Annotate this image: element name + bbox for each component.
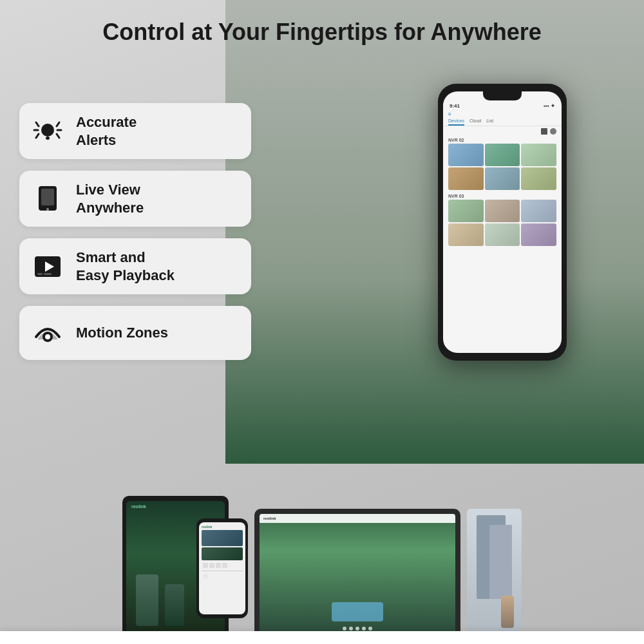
laptop-screen: reolink — [260, 514, 455, 634]
door-frame — [477, 515, 506, 599]
tablet-person-1 — [136, 574, 158, 626]
svg-line-7 — [57, 134, 59, 138]
small-phone-btn-4 — [222, 563, 227, 568]
svg-point-10 — [46, 208, 49, 211]
svg-line-2 — [36, 122, 39, 126]
small-phone-screen: reolink — [199, 522, 245, 614]
feature-label-motion: Motion Zones — [76, 324, 168, 342]
phone-signal: ▪▪▪ ✦ — [544, 103, 555, 109]
phone-time: 9:41 — [450, 103, 460, 109]
phone-icon — [31, 182, 64, 216]
phone-settings-icon — [550, 128, 556, 135]
laptop-housing: reolink — [254, 509, 460, 634]
laptop-pool — [332, 602, 383, 621]
phone-cam-12 — [521, 223, 556, 246]
phone-section1-label: NVR 02 — [443, 137, 562, 144]
phone-cam-5 — [485, 167, 520, 190]
phone-cam-4 — [448, 167, 484, 190]
alert-icon — [31, 115, 64, 148]
table-surface — [0, 631, 644, 644]
phone-nav-tabs: Devices Cloud List — [443, 118, 562, 126]
device-laptop: reolink — [254, 509, 460, 644]
phone-cam-11 — [485, 223, 520, 246]
svg-line-6 — [36, 134, 39, 138]
laptop-ctrl-5 — [368, 627, 372, 630]
phone-section2-label: NVR 03 — [443, 193, 562, 200]
play-icon — [31, 250, 64, 283]
phone-grid-icon — [541, 128, 547, 135]
laptop-content: reolink — [260, 514, 455, 634]
feature-label-playback: Smart andEasy Playback — [76, 249, 175, 284]
feature-list: AccurateAlerts Live ViewAnywhere — [19, 103, 251, 360]
feature-item-playback: Smart andEasy Playback — [19, 238, 251, 294]
door-inner — [489, 525, 512, 599]
device-phone-small: reolink — [196, 518, 248, 618]
small-phone-controls2 — [202, 573, 243, 580]
svg-rect-14 — [44, 273, 52, 275]
laptop-ctrl-3 — [355, 627, 359, 630]
phone-tab-devices[interactable]: Devices — [448, 118, 464, 126]
phone-outer: 9:41 ▪▪▪ ✦ ≡ Devices Cloud List NVR 02 — [438, 84, 567, 361]
feature-item-motion: Motion Zones — [19, 306, 251, 360]
phone-tab-list[interactable]: List — [486, 118, 493, 126]
page-wrapper: Control at Your Fingertips for Anywhere — [0, 0, 644, 644]
phone-cam-6 — [521, 167, 556, 190]
small-phone-content: reolink — [199, 522, 245, 583]
feature-item-live-view: Live ViewAnywhere — [19, 171, 251, 227]
phone-cam-1 — [448, 144, 484, 166]
phone-cam-7 — [448, 200, 484, 222]
phone-cam-2 — [485, 144, 520, 166]
phone-cam-3 — [521, 144, 556, 166]
phone-mockup: 9:41 ▪▪▪ ✦ ≡ Devices Cloud List NVR 02 — [425, 84, 605, 419]
svg-line-3 — [57, 122, 59, 126]
phone-screen: 9:41 ▪▪▪ ✦ ≡ Devices Cloud List NVR 02 — [443, 91, 562, 353]
small-phone-divider — [202, 571, 243, 571]
device-door — [467, 509, 522, 638]
main-heading: Control at Your Fingertips for Anywhere — [0, 18, 644, 46]
phone-grid-2 — [443, 200, 562, 246]
feature-label-alerts: AccurateAlerts — [76, 113, 137, 149]
svg-rect-1 — [46, 137, 50, 140]
small-phone-cam2 — [202, 547, 243, 560]
phone-tab-cloud[interactable]: Cloud — [469, 118, 481, 126]
phone-status-bar: 9:41 ▪▪▪ ✦ — [443, 100, 562, 110]
laptop-ctrl-2 — [349, 627, 353, 630]
svg-rect-9 — [41, 189, 54, 205]
small-phone-btn-2 — [209, 563, 214, 568]
laptop-ctrl-4 — [362, 627, 366, 630]
phone-cam-8 — [485, 200, 520, 222]
door-person — [501, 596, 514, 628]
motion-icon — [31, 316, 64, 350]
phone-grid-1 — [443, 144, 562, 190]
small-phone-btn-1 — [203, 563, 208, 568]
laptop-controls — [343, 627, 372, 630]
feature-item-alerts: AccurateAlerts — [19, 103, 251, 159]
svg-point-0 — [41, 124, 54, 137]
small-phone-logo: reolink — [202, 525, 243, 529]
phone-cam-10 — [448, 223, 484, 246]
small-phone-cam — [202, 530, 243, 546]
tablet-logo: reolink — [131, 504, 146, 509]
small-phone-btn-3 — [216, 563, 221, 568]
svg-rect-13 — [37, 273, 43, 275]
svg-point-16 — [45, 334, 50, 339]
laptop-ctrl-1 — [343, 627, 346, 630]
small-phone-controls — [202, 562, 243, 569]
devices-section: reolink reolink — [0, 451, 644, 644]
phone-cam-9 — [521, 200, 556, 222]
small-phone-home — [203, 574, 208, 579]
laptop-logo: reolink — [263, 516, 276, 520]
phone-menu-icon: ≡ — [448, 111, 451, 117]
door-content — [467, 509, 522, 638]
tablet-person-2 — [165, 584, 184, 626]
laptop-logo-bar: reolink — [260, 514, 455, 523]
phone-toolbar — [443, 126, 562, 137]
feature-label-live-view: Live ViewAnywhere — [76, 181, 144, 216]
phone-notch — [483, 91, 522, 100]
